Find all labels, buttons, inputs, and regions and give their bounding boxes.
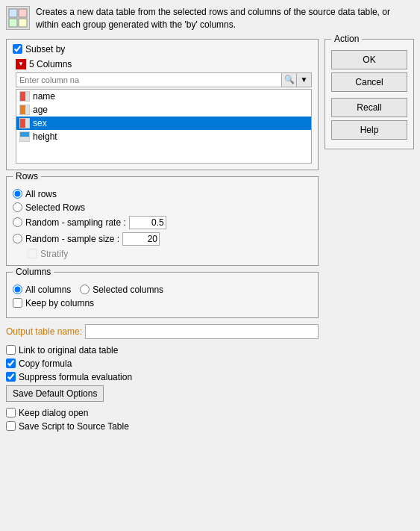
column-height-label: height <box>33 131 57 142</box>
link-original-label[interactable]: Link to original data table <box>19 345 118 355</box>
random-rate-label[interactable]: Random - sampling rate : <box>25 217 126 228</box>
all-rows-label[interactable]: All rows <box>25 189 57 199</box>
keep-by-row: Keep by columns <box>13 298 312 308</box>
column-age-label: age <box>33 105 48 115</box>
rows-section: Rows All rows Selected Rows Random - sam… <box>6 176 319 266</box>
app-icon <box>6 6 30 30</box>
link-original-row: Link to original data table <box>6 345 319 355</box>
random-rate-radio[interactable] <box>13 217 22 227</box>
copy-formula-label[interactable]: Copy formula <box>19 358 72 369</box>
keep-open-row: Keep dialog open <box>6 408 319 418</box>
all-rows-radio[interactable] <box>13 189 22 199</box>
search-button[interactable]: 🔍 <box>282 72 297 87</box>
save-script-checkbox[interactable] <box>6 421 16 431</box>
random-size-label[interactable]: Random - sample size : <box>25 234 119 244</box>
column-name-label: name <box>33 91 55 102</box>
all-columns-radio[interactable] <box>13 285 22 294</box>
columns-section: Columns All columns Selected columns Kee… <box>6 272 319 318</box>
column-item-sex[interactable]: sex <box>16 117 311 130</box>
random-size-input[interactable] <box>122 232 160 246</box>
age-icon <box>19 105 30 115</box>
column-item-height[interactable]: height <box>16 130 311 143</box>
help-button[interactable]: Help <box>331 120 407 140</box>
column-list[interactable]: name age sex height <box>16 89 312 164</box>
output-name-input[interactable] <box>85 324 319 339</box>
columns-count-label: 5 Columns <box>29 59 72 69</box>
keep-open-label[interactable]: Keep dialog open <box>19 408 88 418</box>
random-rate-input[interactable] <box>129 216 166 229</box>
keep-by-checkbox[interactable] <box>13 298 22 308</box>
suppress-formula-checkbox[interactable] <box>6 372 16 382</box>
svg-rect-2 <box>9 19 17 27</box>
subset-label: Subset by <box>25 44 65 55</box>
ok-button[interactable]: OK <box>331 50 407 69</box>
svg-rect-1 <box>19 9 27 17</box>
selected-rows-row: Selected Rows <box>13 202 312 213</box>
rows-section-title: Rows <box>13 171 41 181</box>
save-script-row: Save Script to Source Table <box>6 421 319 432</box>
stratify-label: Stratify <box>40 249 68 259</box>
app-description: Creates a new data table from the select… <box>36 6 414 31</box>
action-section: Action OK Cancel Recall Help <box>325 39 414 149</box>
selected-rows-radio[interactable] <box>13 202 22 212</box>
cancel-button[interactable]: Cancel <box>331 72 407 92</box>
column-sex-label: sex <box>33 118 47 128</box>
subset-checkbox-label[interactable]: Subset by <box>13 44 65 55</box>
keep-by-label[interactable]: Keep by columns <box>25 298 94 308</box>
subset-checkbox[interactable] <box>13 44 22 54</box>
all-rows-row: All rows <box>13 189 312 199</box>
column-item-name[interactable]: name <box>16 90 311 103</box>
subset-header: Subset by <box>13 44 312 55</box>
columns-dropdown-arrow: ▼ <box>16 59 26 69</box>
output-row: Output table name: <box>6 324 319 339</box>
keep-open-checkbox[interactable] <box>6 408 16 417</box>
left-panel: Subset by ▼ 5 Columns 🔍 ▼ name age <box>6 39 319 435</box>
random-size-radio[interactable] <box>13 234 22 243</box>
save-script-label[interactable]: Save Script to Source Table <box>19 421 129 432</box>
save-default-button[interactable]: Save Default Options <box>6 385 104 402</box>
all-columns-label[interactable]: All columns <box>25 285 71 295</box>
action-title: Action <box>331 34 362 44</box>
selected-columns-label[interactable]: Selected columns <box>93 285 163 295</box>
suppress-formula-label[interactable]: Suppress formula evaluation <box>19 372 132 382</box>
search-row: 🔍 ▼ <box>16 72 312 87</box>
columns-section-title: Columns <box>13 267 54 277</box>
link-original-checkbox[interactable] <box>6 345 16 355</box>
sex-icon <box>19 118 30 128</box>
columns-dropdown[interactable]: ▼ 5 Columns <box>16 59 312 69</box>
stratify-checkbox <box>28 249 37 258</box>
all-columns-row: All columns Selected columns <box>13 285 312 295</box>
top-info-bar: Creates a new data table from the select… <box>6 6 414 31</box>
random-rate-row: Random - sampling rate : <box>13 216 312 229</box>
stratify-row: Stratify <box>28 249 312 259</box>
selected-columns-radio[interactable] <box>80 285 90 294</box>
copy-formula-row: Copy formula <box>6 358 319 369</box>
svg-rect-3 <box>19 19 27 27</box>
recall-button[interactable]: Recall <box>331 98 407 117</box>
column-item-age[interactable]: age <box>16 103 311 117</box>
height-icon <box>19 131 30 142</box>
copy-formula-checkbox[interactable] <box>6 358 16 368</box>
column-search-input[interactable] <box>16 72 282 87</box>
search-dropdown-button[interactable]: ▼ <box>297 72 312 87</box>
right-panel: Action OK Cancel Recall Help <box>325 39 414 435</box>
subset-section: Subset by ▼ 5 Columns 🔍 ▼ name age <box>6 39 319 170</box>
output-label: Output table name: <box>6 326 82 337</box>
suppress-formula-row: Suppress formula evaluation <box>6 372 319 382</box>
name-icon <box>19 91 30 102</box>
svg-rect-0 <box>9 9 17 17</box>
selected-rows-label[interactable]: Selected Rows <box>25 202 85 213</box>
random-size-row: Random - sample size : <box>13 232 312 246</box>
